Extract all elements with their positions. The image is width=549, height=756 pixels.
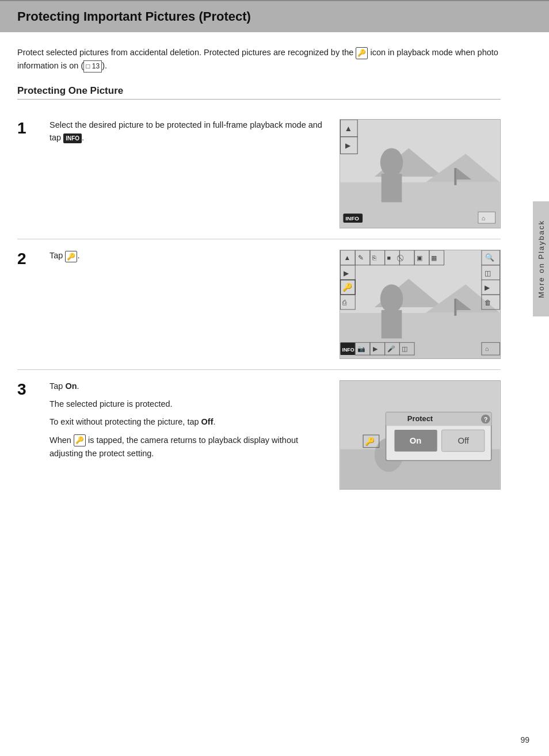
page-header: Protecting Important Pictures (Protect) xyxy=(0,0,549,32)
step3-detail3-suffix: is tapped, the camera returns to playbac… xyxy=(49,436,298,458)
svg-point-20 xyxy=(380,285,403,313)
step-1-text: Select the desired picture to be protect… xyxy=(49,119,328,144)
svg-text:🔑: 🔑 xyxy=(342,283,353,293)
svg-text:◫: ◫ xyxy=(402,346,407,353)
info-button-label: INFO xyxy=(63,133,82,143)
svg-text:⌂: ⌂ xyxy=(482,215,486,222)
svg-text:INFO: INFO xyxy=(345,216,359,222)
step-3-illustration: Protect ? On Off 🔑 xyxy=(340,380,501,490)
main-content: Protect selected pictures from accidenta… xyxy=(0,32,518,517)
section-title: Protecting One Picture xyxy=(17,85,501,100)
step3-key-icon: 🔑 xyxy=(74,434,86,446)
svg-text:✎: ✎ xyxy=(358,254,364,262)
svg-text:▶: ▶ xyxy=(485,284,490,292)
step-2-illustration: ▲ ✎ ⎘ ■ ⃠ ▣ ▦ 🔍 xyxy=(340,250,501,359)
step3-detail2-suffix: . xyxy=(214,417,216,426)
svg-text:▶: ▶ xyxy=(345,142,351,150)
step3-prefix: Tap xyxy=(49,381,65,391)
svg-text:▦: ▦ xyxy=(431,254,437,261)
step-3-row: 3 Tap On. The selected picture is protec… xyxy=(17,370,501,500)
step1-end: . xyxy=(82,133,84,142)
intro-text-before: Protect selected pictures from accidenta… xyxy=(17,48,356,57)
intro-paragraph: Protect selected pictures from accidenta… xyxy=(17,46,501,72)
step-1-number: 1 xyxy=(17,119,38,136)
step-2-row: 2 Tap 🔑. xyxy=(17,239,501,370)
svg-text:▲: ▲ xyxy=(344,254,350,262)
svg-text:INFO: INFO xyxy=(342,348,354,353)
svg-text:▲: ▲ xyxy=(344,124,352,133)
step3-suffix: . xyxy=(77,381,79,391)
svg-text:Protect: Protect xyxy=(407,415,433,423)
sidebar-tab: More on Playback xyxy=(533,201,549,316)
step3-on-label: On xyxy=(65,381,77,391)
sidebar-label: More on Playback xyxy=(537,220,546,298)
step2-instruction: Tap xyxy=(49,251,65,260)
step3-detail1: The selected picture is protected. xyxy=(49,399,173,408)
step3-detail3-prefix: When xyxy=(49,436,74,445)
svg-text:⎙: ⎙ xyxy=(342,299,347,307)
svg-text:▶: ▶ xyxy=(344,269,349,277)
svg-rect-14 xyxy=(478,212,495,224)
svg-text:?: ? xyxy=(484,417,488,423)
protect-icon: 🔑 xyxy=(356,47,368,59)
svg-rect-21 xyxy=(382,310,402,338)
svg-text:On: On xyxy=(410,436,422,445)
book-reference: □ 13 xyxy=(83,60,102,72)
step-1-illustration: ▲ ▶ INFO ⌂ xyxy=(340,119,501,228)
svg-text:▣: ▣ xyxy=(417,254,422,261)
step-1-row: 1 Select the desired picture to be prote… xyxy=(17,109,501,239)
step-2-number: 2 xyxy=(17,250,38,267)
page-number: 99 xyxy=(520,735,529,744)
step-3-content: Tap On. The selected picture is protecte… xyxy=(49,380,501,490)
step-3-text: Tap On. The selected picture is protecte… xyxy=(49,380,328,460)
svg-text:■: ■ xyxy=(387,254,391,261)
svg-rect-3 xyxy=(340,182,500,228)
steps-container: 1 Select the desired picture to be prote… xyxy=(17,109,501,500)
step1-instruction: Select the desired picture to be protect… xyxy=(49,120,322,142)
svg-point-4 xyxy=(380,148,403,177)
svg-text:⎘: ⎘ xyxy=(372,254,376,261)
svg-text:🎤: 🎤 xyxy=(387,345,395,353)
step2-key-icon: 🔑 xyxy=(65,251,77,262)
svg-text:🔍: 🔍 xyxy=(485,253,495,262)
svg-text:▶: ▶ xyxy=(373,346,378,353)
step2-end: . xyxy=(77,251,79,260)
step-2-content: Tap 🔑. xyxy=(49,250,501,359)
intro-text-end: ). xyxy=(102,61,107,70)
step-2-text: Tap 🔑. xyxy=(49,250,328,262)
svg-rect-6 xyxy=(454,168,456,185)
svg-text:🔑: 🔑 xyxy=(365,437,375,446)
svg-text:⌂: ⌂ xyxy=(485,346,489,353)
step-1-content: Select the desired picture to be protect… xyxy=(49,119,501,228)
svg-text:◫: ◫ xyxy=(485,269,491,277)
svg-text:🗑: 🗑 xyxy=(485,299,491,307)
step3-off-label: Off xyxy=(201,417,214,426)
svg-rect-69 xyxy=(386,413,491,426)
svg-rect-5 xyxy=(382,174,402,202)
page-title: Protecting Important Pictures (Protect) xyxy=(17,9,532,24)
step-3-number: 3 xyxy=(17,380,38,398)
step3-detail2-prefix: To exit without protecting the picture, … xyxy=(49,417,201,426)
svg-text:📷: 📷 xyxy=(357,345,365,353)
svg-rect-22 xyxy=(454,299,456,316)
svg-text:Off: Off xyxy=(458,436,469,445)
